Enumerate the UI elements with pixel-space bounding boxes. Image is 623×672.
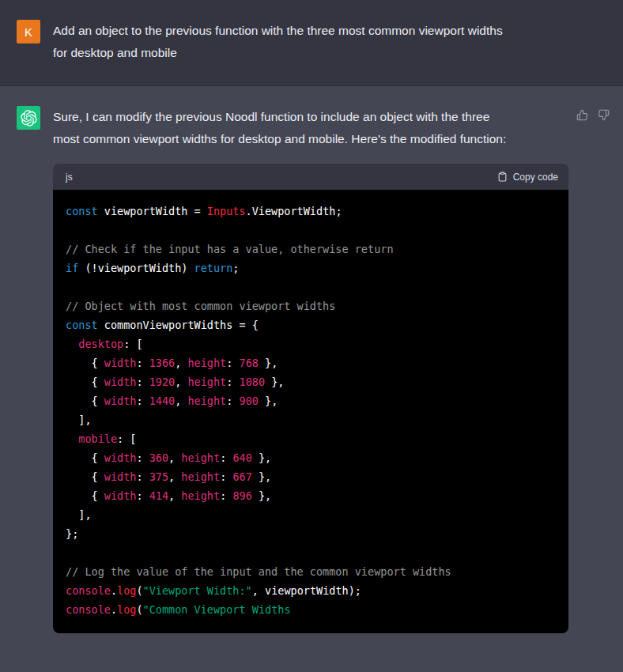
assistant-avatar [17,106,40,130]
code-language-label: js [66,172,73,183]
thumbs-up-button[interactable] [576,109,588,121]
user-message: Add an object to the previous function w… [53,20,568,64]
user-avatar: K [17,20,40,43]
code-block: js Copy code const viewportWidth = Input… [53,164,568,633]
assistant-message-row: Sure, I can modify the previous Noodl fu… [0,85,623,672]
chat-page: K Add an object to the previous function… [0,0,623,672]
copy-code-button[interactable]: Copy code [497,171,558,183]
user-avatar-initial: K [25,25,32,39]
thumbs-down-icon [598,109,610,121]
assistant-message-line: Sure, I can modify the previous Noodl fu… [53,106,568,128]
clipboard-icon [497,171,508,183]
copy-code-label: Copy code [513,172,558,183]
code-body: const viewportWidth = Inputs.ViewportWid… [53,190,568,633]
user-message-line: Add an object to the previous function w… [53,20,568,42]
user-message-line: for desktop and mobile [53,42,568,64]
code-block-header: js Copy code [53,164,568,190]
assistant-message-line: most common viewport widths for desktop … [53,128,568,150]
thumbs-up-icon [576,109,588,121]
user-message-row: K Add an object to the previous function… [0,0,623,85]
code-content: const viewportWidth = Inputs.ViewportWid… [66,202,556,619]
openai-logo-icon [21,110,37,126]
message-actions [576,109,610,121]
assistant-message: Sure, I can modify the previous Noodl fu… [53,106,568,633]
thumbs-down-button[interactable] [598,109,610,121]
